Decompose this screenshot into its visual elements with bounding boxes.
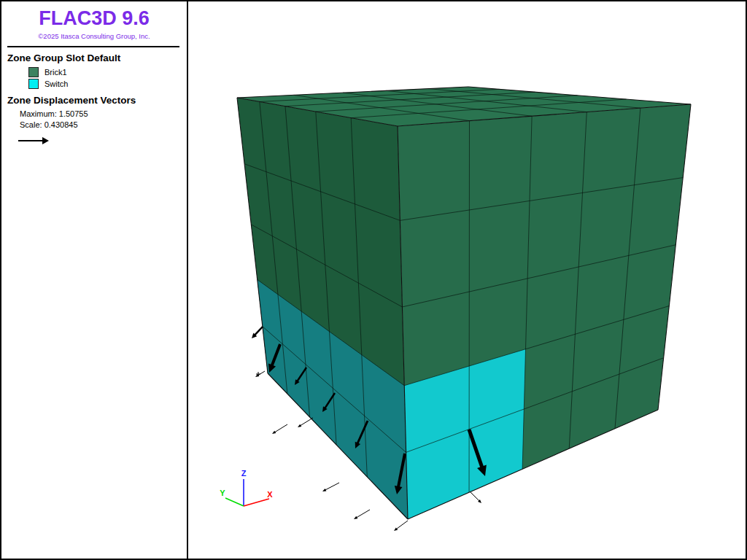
displacement-vector-small-shaft: [396, 521, 408, 529]
vectors-scale: Scale: 0.430845: [20, 120, 187, 131]
displacement-vector-small-head: [272, 431, 276, 434]
displacement-vector-small-head: [354, 516, 357, 519]
displacement-vector-small-shaft: [258, 371, 265, 376]
legend-sidebar: FLAC3D 9.6 ©2025 Itasca Consulting Group…: [1, 1, 188, 559]
displacement-vector-small-shaft: [356, 510, 370, 518]
vectors-maximum: Maximum: 1.50755: [20, 109, 187, 120]
displacement-vector-small-shaft: [471, 492, 479, 501]
legend-item-brick1: Brick1: [28, 66, 187, 78]
legend-vectors-heading: Zone Displacement Vectors: [7, 95, 187, 106]
displacement-vector-small-head: [322, 489, 326, 491]
displacement-vector-small-head: [394, 527, 398, 531]
displacement-vector-shaft: [255, 327, 263, 335]
model-viewport[interactable]: ZYX: [190, 3, 744, 557]
axis-x-label: X: [267, 490, 273, 499]
axis-x-line: [244, 499, 269, 506]
scale-value: 0.430845: [44, 120, 78, 129]
legend-label: Brick1: [44, 68, 67, 77]
legend-label: Switch: [44, 79, 68, 88]
displacement-vector-small-shaft: [274, 424, 287, 432]
legend-items: Brick1Switch: [1, 66, 187, 90]
maximum-label: Maximum:: [20, 109, 57, 118]
app-title: FLAC3D 9.6: [6, 7, 182, 30]
displacement-vector-small-shaft: [300, 418, 313, 426]
legend-group-heading: Zone Group Slot Default: [7, 52, 187, 63]
model-view-canvas[interactable]: ZYX: [190, 3, 747, 560]
legend-item-switch: Switch: [28, 78, 187, 90]
axis-y-line: [225, 498, 244, 506]
axis-z-label: Z: [241, 469, 247, 478]
displacement-vector-small-shaft: [325, 483, 339, 490]
flac3d-window: FLAC3D 9.6 ©2025 Itasca Consulting Group…: [0, 0, 747, 560]
vector-scale-arrow-icon: [18, 136, 50, 145]
sidebar-divider: [7, 46, 179, 47]
legend-swatch: [28, 79, 39, 89]
scale-label: Scale:: [20, 120, 42, 129]
app-copyright: ©2025 Itasca Consulting Group, Inc.: [1, 32, 187, 40]
axis-y-label: Y: [220, 489, 225, 497]
displacement-vector-small-head: [298, 424, 301, 427]
legend-swatch: [28, 67, 39, 77]
maximum-value: 1.50755: [59, 109, 88, 118]
